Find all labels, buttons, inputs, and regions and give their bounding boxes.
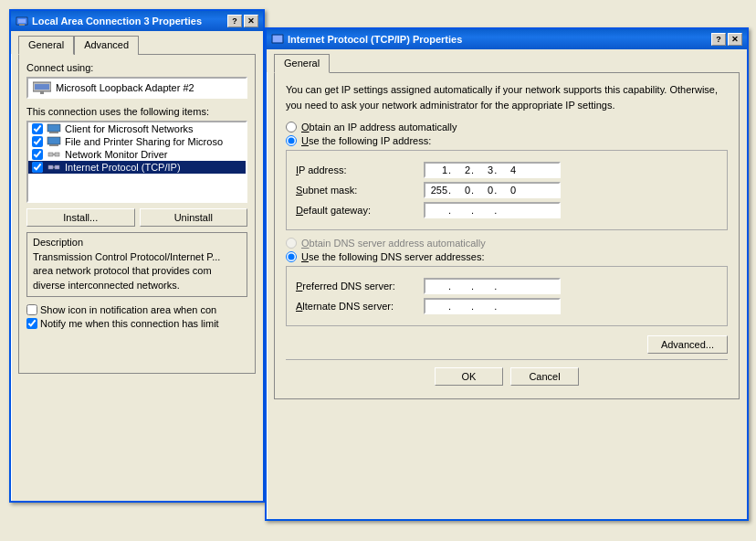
gateway-label: Default gateway: (296, 205, 424, 216)
gateway-part-1[interactable] (428, 205, 448, 216)
ip-address-row: IP address: . . . (296, 162, 718, 178)
radio-use-dns[interactable]: Use the following DNS server addresses: (286, 251, 728, 262)
item4-checkbox[interactable] (32, 162, 43, 173)
list-item[interactable]: File and Printer Sharing for Microso (28, 135, 246, 148)
radio2-label: Use the following IP address: (301, 135, 431, 146)
item1-checkbox[interactable] (32, 123, 43, 134)
item2-label: File and Printer Sharing for Microso (65, 136, 223, 147)
show-icon-checkbox[interactable] (26, 304, 37, 315)
svg-rect-2 (19, 24, 25, 26)
tab-general-1[interactable]: General (18, 36, 74, 55)
ip-fields-section: IP address: . . . Subnet mask: . (286, 150, 728, 230)
protocol-icon (47, 162, 61, 173)
svg-rect-17 (273, 36, 282, 42)
alternate-dns-row: Alternate DNS server: . . . (296, 298, 718, 314)
item4-label: Internet Protocol (TCP/IP) (65, 162, 181, 173)
ip-part-3[interactable] (474, 164, 494, 175)
title-bar-1: Local Area Connection 3 Properties ? ✕ (11, 11, 263, 31)
subnet-field[interactable]: . . . (424, 182, 561, 198)
svg-rect-10 (48, 153, 53, 156)
preferred-dns-part-1[interactable] (428, 281, 448, 292)
alternate-dns-part-3[interactable] (474, 301, 494, 312)
install-btn[interactable]: Install... (26, 208, 135, 227)
radio-obtain-dns[interactable]: Obtain DNS server address automatically (286, 238, 728, 249)
preferred-dns-row: Preferred DNS server: . . . (296, 278, 718, 294)
items-label: This connection uses the following items… (26, 106, 247, 117)
window2-cancel-btn[interactable]: Cancel (510, 367, 579, 386)
client-icon (47, 123, 61, 134)
svg-rect-13 (48, 165, 53, 169)
list-item-selected[interactable]: Internet Protocol (TCP/IP) (28, 161, 246, 174)
window1: Local Area Connection 3 Properties ? ✕ G… (9, 9, 265, 503)
tab-advanced-1[interactable]: Advanced (74, 36, 139, 55)
svg-rect-5 (40, 91, 44, 94)
obtain-ip-radio[interactable] (286, 122, 297, 133)
ip-part-2[interactable] (451, 164, 471, 175)
subnet-part-3[interactable] (474, 185, 494, 196)
tab-content-2: You can get IP settings assigned automat… (274, 72, 740, 399)
svg-rect-8 (47, 137, 60, 144)
gateway-part-2[interactable] (451, 205, 471, 216)
radio3-label: Obtain DNS server address automatically (301, 238, 486, 249)
check1-label: Show icon in notification area when con (40, 304, 216, 315)
svg-rect-6 (47, 124, 60, 132)
svg-rect-4 (35, 84, 49, 90)
description-group: Description Transmission Control Protoco… (26, 232, 247, 297)
ip-part-4[interactable] (497, 164, 517, 175)
item2-checkbox[interactable] (32, 136, 43, 147)
ip-address-label: IP address: (296, 164, 424, 175)
dns-radio-group: Obtain DNS server address automatically … (286, 238, 728, 262)
notify-checkbox[interactable] (26, 318, 37, 329)
alternate-dns-part-4[interactable] (497, 301, 517, 312)
window1-title: Local Area Connection 3 Properties (32, 16, 202, 27)
help-btn-1[interactable]: ? (227, 15, 242, 27)
subnet-label: Subnet mask: (296, 185, 424, 196)
svg-rect-7 (49, 132, 58, 133)
close-btn-2[interactable]: ✕ (728, 33, 742, 46)
alternate-dns-field[interactable]: . . . (424, 298, 561, 314)
checkbox-notify[interactable]: Notify me when this connection has limit (26, 318, 247, 329)
radio-obtain-ip[interactable]: Obtain an IP address automatically (286, 122, 728, 133)
list-item[interactable]: Network Monitor Driver (28, 148, 246, 161)
preferred-dns-field[interactable]: . . . (424, 278, 561, 294)
preferred-dns-part-4[interactable] (497, 281, 517, 292)
use-ip-radio[interactable] (286, 135, 297, 146)
preferred-dns-part-2[interactable] (451, 281, 471, 292)
monitor-icon (47, 149, 61, 160)
gateway-field[interactable]: . . . (424, 202, 561, 218)
tab-general-2[interactable]: General (274, 54, 330, 73)
radio-use-ip[interactable]: Use the following IP address: (286, 135, 728, 146)
obtain-dns-radio[interactable] (286, 238, 297, 249)
ip-part-1[interactable] (428, 164, 448, 175)
preferred-dns-label: Preferred DNS server: (296, 281, 424, 292)
sharing-icon (47, 136, 61, 147)
svg-rect-1 (18, 19, 26, 23)
title-bar-controls-2: ? ✕ (711, 33, 742, 46)
uninstall-btn[interactable]: Uninstall (140, 208, 248, 227)
alternate-dns-part-1[interactable] (428, 301, 448, 312)
subnet-part-4[interactable] (497, 185, 517, 196)
dns-fields-section: Preferred DNS server: . . . Alternate DN… (286, 266, 728, 326)
subnet-part-2[interactable] (451, 185, 471, 196)
list-item[interactable]: Client for Microsoft Networks (28, 122, 246, 135)
alternate-dns-part-2[interactable] (451, 301, 471, 312)
title-bar-2: Internet Protocol (TCP/IP) Properties ? … (267, 29, 747, 49)
use-dns-radio[interactable] (286, 251, 297, 262)
window2-ok-btn[interactable]: OK (435, 367, 503, 386)
radio4-label: Use the following DNS server addresses: (301, 251, 485, 262)
subnet-part-1[interactable] (428, 185, 448, 196)
item-buttons: Install... Uninstall Properties (26, 208, 247, 227)
subnet-mask-row: Subnet mask: . . . (296, 182, 718, 198)
ip-address-field[interactable]: . . . (424, 162, 561, 178)
checkbox-show-icon[interactable]: Show icon in notification area when con (26, 304, 247, 315)
advanced-btn[interactable]: Advanced... (647, 335, 728, 354)
help-btn-2[interactable]: ? (711, 33, 726, 46)
preferred-dns-part-3[interactable] (474, 281, 494, 292)
title-bar-left-2: Internet Protocol (TCP/IP) Properties (271, 33, 462, 46)
ip-radio-group: Obtain an IP address automatically Use t… (286, 122, 728, 146)
gateway-part-4[interactable] (497, 205, 517, 216)
item3-checkbox[interactable] (32, 149, 43, 160)
window2-bottom-btns: OK Cancel (286, 359, 728, 389)
close-btn-1[interactable]: ✕ (244, 15, 258, 27)
gateway-part-3[interactable] (474, 205, 494, 216)
